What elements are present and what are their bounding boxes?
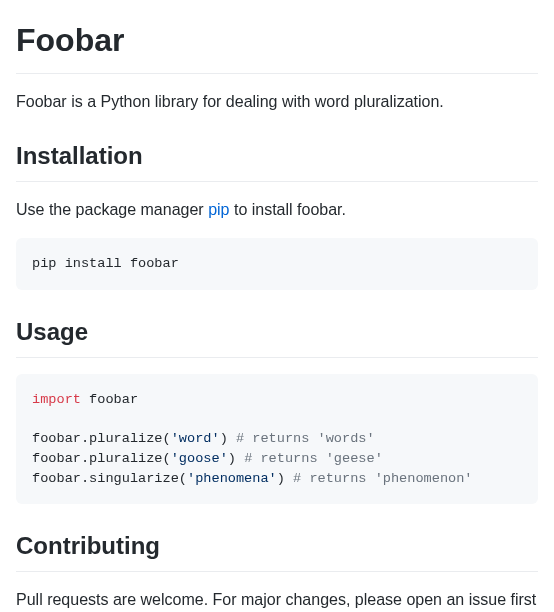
install-code: pip install foobar [32, 256, 179, 271]
code-line2-post: ) [228, 451, 244, 466]
import-keyword: import [32, 392, 81, 407]
code-line3-post: ) [277, 471, 293, 486]
usage-code-block: import foobar foobar.pluralize('word') #… [16, 374, 538, 505]
code-line3-str: 'phenomena' [187, 471, 277, 486]
installation-text-after: to install foobar. [229, 201, 346, 218]
import-module: foobar [81, 392, 138, 407]
code-line3-pre: foobar.singularize( [32, 471, 187, 486]
code-line2-com: # returns 'geese' [244, 451, 383, 466]
code-line1-com: # returns 'words' [236, 431, 375, 446]
code-line1-str: 'word' [171, 431, 220, 446]
page-title: Foobar [16, 16, 538, 74]
code-line1-pre: foobar.pluralize( [32, 431, 171, 446]
usage-heading: Usage [16, 314, 538, 358]
installation-paragraph: Use the package manager pip to install f… [16, 198, 538, 222]
code-line2-pre: foobar.pluralize( [32, 451, 171, 466]
installation-heading: Installation [16, 138, 538, 182]
code-line2-str: 'goose' [171, 451, 228, 466]
installation-text-before: Use the package manager [16, 201, 208, 218]
install-code-block: pip install foobar [16, 238, 538, 290]
code-line1-post: ) [220, 431, 236, 446]
pip-link[interactable]: pip [208, 201, 229, 218]
contributing-heading: Contributing [16, 528, 538, 572]
code-line3-com: # returns 'phenomenon' [293, 471, 472, 486]
contributing-paragraph: Pull requests are welcome. For major cha… [16, 588, 538, 612]
usage-code: import foobar foobar.pluralize('word') #… [32, 392, 473, 486]
intro-paragraph: Foobar is a Python library for dealing w… [16, 90, 538, 114]
